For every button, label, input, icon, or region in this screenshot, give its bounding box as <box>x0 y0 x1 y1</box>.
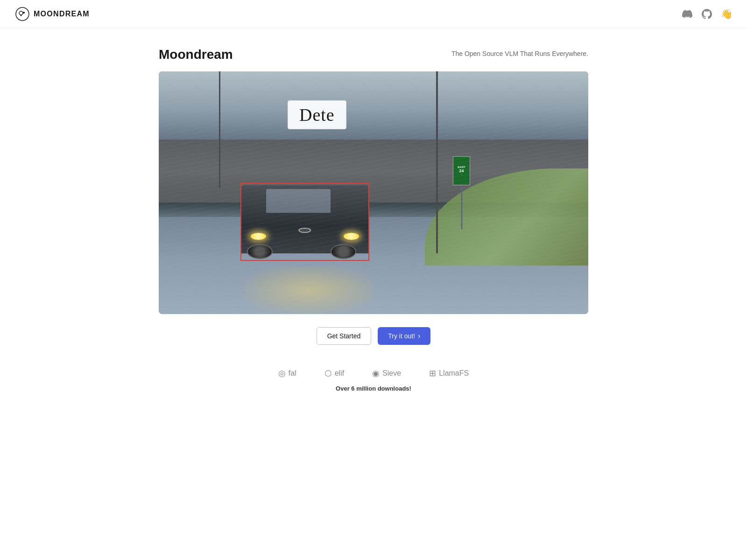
wave-icon: 👋 <box>721 8 732 20</box>
elif-icon: ⬡ <box>324 368 332 378</box>
road-sign: EAST 24 ↑ <box>451 156 472 229</box>
utility-pole-left <box>219 71 220 188</box>
nav-icons: 👋 <box>682 8 732 20</box>
car-logo <box>298 228 311 233</box>
scene-image: EAST 24 ↑ D <box>159 71 588 314</box>
partner-elif: ⬡ elif <box>324 368 344 378</box>
svg-point-3 <box>21 15 22 16</box>
hero-image-wrapper: EAST 24 ↑ D <box>159 71 588 314</box>
svg-point-2 <box>23 12 25 14</box>
hero-title: Moondream <box>159 47 233 62</box>
car-wheel-left <box>247 244 273 259</box>
partner-fal: ◎ fal <box>278 368 296 378</box>
get-started-button[interactable]: Get Started <box>317 327 372 345</box>
suv-car <box>240 185 369 253</box>
detect-label: Dete <box>288 100 346 129</box>
utility-pole-right <box>436 71 438 253</box>
hero-header: Moondream The Open Source VLM That Runs … <box>159 47 588 62</box>
logo-text: MOONDREAM <box>34 10 90 18</box>
try-it-out-button[interactable]: Try it out! › <box>378 327 430 345</box>
fal-icon: ◎ <box>278 368 286 378</box>
partners-row: ◎ fal ⬡ elif ◉ Sieve ⊞ LlamaFS <box>159 368 588 378</box>
car-headlight-right <box>344 233 359 240</box>
downloads-text: Over 6 million downloads! <box>159 385 588 392</box>
github-icon[interactable] <box>701 8 712 20</box>
sieve-name: Sieve <box>382 369 401 378</box>
moondream-logo-icon <box>15 7 30 21</box>
fal-name: fal <box>289 369 296 378</box>
logo[interactable]: MOONDREAM <box>15 7 90 21</box>
sieve-icon: ◉ <box>372 368 380 378</box>
try-label: Try it out! <box>388 332 415 340</box>
water-reflections <box>245 266 374 314</box>
car-wheel-right <box>331 244 356 259</box>
partner-llamafs: ⊞ LlamaFS <box>429 368 469 378</box>
elif-name: elif <box>335 369 344 378</box>
cta-row: Get Started Try it out! › <box>159 327 588 345</box>
partner-sieve: ◉ Sieve <box>372 368 401 378</box>
sign-box: EAST 24 ↑ <box>453 156 470 185</box>
car-headlight-left <box>251 233 266 240</box>
sign-pole <box>461 185 462 229</box>
llamafs-icon: ⊞ <box>429 368 436 378</box>
hero-subtitle: The Open Source VLM That Runs Everywhere… <box>451 50 588 57</box>
car-windshield <box>266 189 331 213</box>
llamafs-name: LlamaFS <box>439 369 469 378</box>
try-arrow: › <box>418 332 420 340</box>
svg-point-1 <box>19 11 23 15</box>
discord-icon[interactable] <box>682 8 693 20</box>
